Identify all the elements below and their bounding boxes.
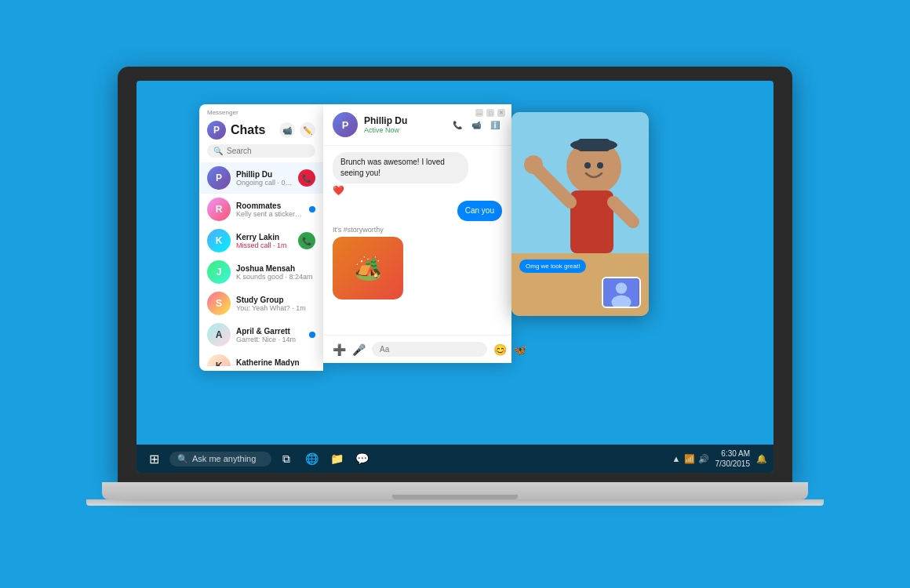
- avatar-roommates: R: [207, 198, 231, 221]
- taskbar-clock: 6:30 AM 7/30/2015: [715, 448, 751, 469]
- story-people-icon: 🏕️: [333, 237, 403, 299]
- contact-status: Active Now: [364, 126, 444, 134]
- chat-meta: [309, 206, 315, 212]
- chat-item-katherine[interactable]: K Katherine Madyn You sent a sticker · 1…: [199, 350, 323, 366]
- chat-info-study: Study Group You: Yeah What? · 1m: [236, 296, 315, 312]
- avatar-april: A: [207, 323, 231, 347]
- chat-meta: [309, 332, 315, 338]
- video-main: Omg we look great!: [511, 112, 649, 316]
- chat-info-kerry: Kerry Lakin Missed call · 1m: [236, 233, 293, 249]
- wifi-icon: 📶: [684, 454, 695, 464]
- files-icon[interactable]: 📁: [326, 448, 347, 469]
- chat-info-april: April & Garrett Garrett: Nice · 14m: [236, 327, 304, 343]
- messages-area: Brunch was awesome! I loved seeing you! …: [323, 146, 511, 335]
- user-avatar: P: [207, 121, 226, 140]
- message-bubble: Brunch was awesome! I loved seeing you!: [333, 152, 468, 183]
- notifications-icon[interactable]: 🔔: [756, 454, 767, 464]
- messenger-taskbar-icon[interactable]: 💬: [351, 448, 372, 469]
- message-row: Brunch was awesome! I loved seeing you! …: [333, 152, 502, 196]
- chat-name: Joshua Mensah: [236, 264, 315, 273]
- svg-rect-5: [570, 191, 613, 253]
- plus-icon[interactable]: ➕: [333, 343, 346, 356]
- window-controls: — □ ✕: [475, 109, 505, 117]
- message-input[interactable]: [372, 342, 487, 357]
- chat-name: Katherine Madyn: [236, 358, 315, 367]
- chat-preview: Ongoing call · 00:33: [236, 179, 293, 187]
- message-bubble: Can you: [457, 201, 502, 221]
- laptop-base-bottom: [86, 499, 824, 506]
- story-image: 🏕️: [333, 237, 403, 299]
- chat-preview-missed: Missed call · 1m: [236, 241, 293, 249]
- avatar-phillip: P: [207, 166, 231, 190]
- chat-item-joshua[interactable]: J Joshua Mensah K sounds good · 8:24am: [199, 256, 323, 288]
- laptop: Messenger P Chats 📹 ✏️ 🔍: [118, 67, 792, 521]
- chat-input-bar: ➕ 🎤 😊 🦋: [323, 335, 511, 363]
- video-call-icon[interactable]: 📹: [279, 122, 295, 138]
- unread-indicator: [309, 206, 315, 212]
- chat-info-phillip: Phillip Du Ongoing call · 00:33: [236, 170, 293, 187]
- chat-name: Kerry Lakin: [236, 233, 293, 241]
- story-label: It's #storyworthy: [333, 226, 384, 234]
- taskbar-left: ⊞ 🔍 Ask me anything ⧉ 🌐 📁 💬: [143, 448, 372, 470]
- chat-name: Roommates: [236, 201, 304, 210]
- messenger-sidebar: Messenger P Chats 📹 ✏️ 🔍: [199, 104, 323, 371]
- chat-window: — □ ✕ P Phillip Du Active Now 📞 📹: [323, 104, 511, 363]
- sidebar-title: Chats: [231, 123, 275, 137]
- chat-item-phillip[interactable]: P Phillip Du Ongoing call · 00:33 📞: [199, 162, 323, 194]
- message-row: Can you: [333, 201, 502, 221]
- task-view-icon[interactable]: ⧉: [276, 448, 297, 469]
- chat-meta: 📞: [298, 169, 315, 187]
- omg-bubble: Omg we look great!: [519, 260, 586, 273]
- screen-bezel: Messenger P Chats 📹 ✏️ 🔍: [118, 67, 792, 482]
- contact-name: Phillip Du: [364, 115, 444, 126]
- voice-call-button[interactable]: 📞: [450, 118, 464, 132]
- app-label: Messenger: [199, 104, 323, 118]
- sticker-icon[interactable]: 🦋: [513, 343, 526, 356]
- end-call-icon[interactable]: 📞: [298, 169, 315, 187]
- avatar-study: S: [207, 292, 231, 315]
- search-input[interactable]: [227, 147, 309, 155]
- maximize-button[interactable]: □: [486, 109, 494, 117]
- contact-info: Phillip Du Active Now: [364, 115, 444, 134]
- chat-name: Phillip Du: [236, 170, 293, 179]
- windows-container: Messenger P Chats 📹 ✏️ 🔍: [199, 104, 511, 371]
- desktop-screen: Messenger P Chats 📹 ✏️ 🔍: [136, 81, 774, 473]
- emoji-icon[interactable]: 😊: [493, 343, 507, 356]
- close-button[interactable]: ✕: [497, 109, 505, 117]
- laptop-base: [102, 482, 808, 499]
- mic-icon[interactable]: 🎤: [352, 343, 366, 356]
- edge-icon[interactable]: 🌐: [301, 448, 322, 469]
- video-call-overlay: Omg we look great!: [511, 112, 649, 316]
- sidebar-header: P Chats 📹 ✏️: [199, 118, 323, 144]
- message-row: It's #storyworthy 🏕️: [333, 226, 502, 299]
- svg-point-12: [616, 282, 627, 293]
- chat-info-katherine: Katherine Madyn You sent a sticker · 1m: [236, 358, 315, 367]
- info-button[interactable]: ℹ️: [488, 118, 502, 132]
- search-icon: 🔍: [213, 147, 223, 155]
- video-call-button[interactable]: 📹: [469, 118, 483, 132]
- chat-name: April & Garrett: [236, 327, 304, 336]
- chat-item-roommates[interactable]: R Roommates Kelly sent a sticker · 1m: [199, 194, 323, 225]
- avatar-kerry: K: [207, 229, 231, 252]
- chat-info-roommates: Roommates Kelly sent a sticker · 1m: [236, 201, 304, 218]
- self-preview: [602, 277, 641, 308]
- chat-item-kerry[interactable]: K Kerry Lakin Missed call · 1m 📞: [199, 225, 323, 256]
- chat-preview: K sounds good · 8:24am: [236, 273, 315, 281]
- chat-preview: Garrett: Nice · 14m: [236, 336, 304, 343]
- search-text: Ask me anything: [192, 454, 256, 463]
- start-button[interactable]: ⊞: [143, 448, 165, 470]
- chat-preview: Kelly sent a sticker · 1m: [236, 210, 304, 218]
- search-bar[interactable]: 🔍: [207, 144, 315, 158]
- taskbar-search[interactable]: 🔍 Ask me anything: [169, 452, 271, 466]
- chat-item-study[interactable]: S Study Group You: Yeah What? · 1m: [199, 288, 323, 319]
- call-incoming-icon[interactable]: 📞: [298, 232, 315, 249]
- svg-point-10: [597, 162, 603, 169]
- new-message-icon[interactable]: ✏️: [300, 122, 315, 138]
- avatar-joshua: J: [207, 260, 231, 284]
- sidebar-header-icons: 📹 ✏️: [279, 122, 315, 138]
- message-reaction: ❤️: [333, 185, 344, 196]
- chat-meta: 📞: [298, 232, 315, 249]
- svg-rect-4: [578, 139, 610, 151]
- minimize-button[interactable]: —: [475, 109, 483, 117]
- chat-item-april[interactable]: A April & Garrett Garrett: Nice · 14m: [199, 319, 323, 350]
